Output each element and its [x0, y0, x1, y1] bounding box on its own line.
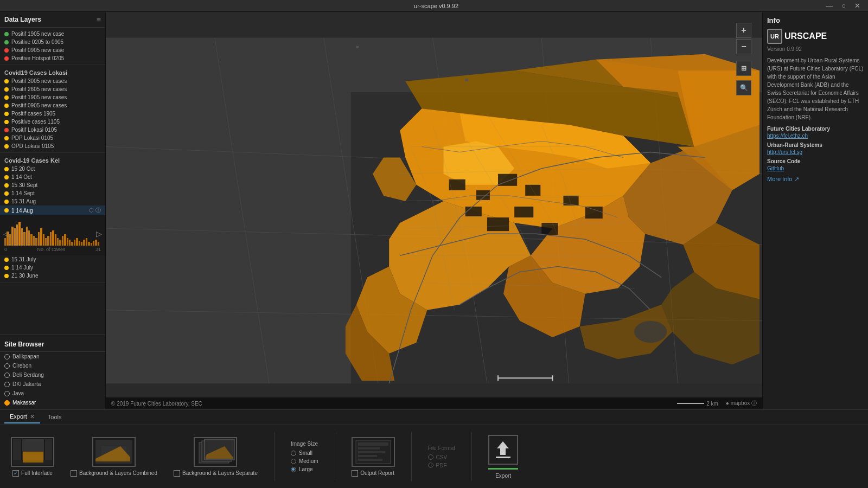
file-format-label: File Format: [428, 445, 456, 451]
hist-bar: [76, 238, 78, 246]
layer-label: Positive 0205 to 0905: [11, 39, 63, 45]
file-format-section: File Format CSV PDF: [428, 445, 456, 468]
dot-yellow: [4, 258, 9, 262]
info-title: Info: [767, 16, 864, 24]
bg-separate-checkbox[interactable]: [174, 470, 180, 477]
svg-rect-69: [358, 451, 385, 453]
tab-export[interactable]: Export ✕: [4, 411, 40, 423]
section-title-kel: Covid-19 Cases Kel: [0, 155, 105, 165]
format-pdf[interactable]: PDF: [428, 463, 456, 468]
minimize-button[interactable]: —: [824, 2, 835, 10]
github-link[interactable]: GitHub: [767, 165, 864, 171]
site-item-deli-serdang[interactable]: Deli Serdang: [0, 370, 105, 380]
close-button[interactable]: ✕: [852, 2, 863, 10]
hist-bar: [57, 238, 59, 246]
format-radio-pdf[interactable]: [428, 463, 433, 468]
svg-rect-55: [23, 452, 43, 463]
hist-bar: [16, 224, 18, 246]
info-description: Development by Urban-Rural Systems (URS)…: [767, 56, 864, 121]
source-code-label: Source Code: [767, 158, 864, 164]
layers-button[interactable]: ⊞: [736, 61, 751, 76]
hist-arrow-left[interactable]: ◁: [3, 229, 9, 238]
radio-medium[interactable]: [291, 459, 296, 464]
layer-item[interactable]: 15 20 Oct: [0, 165, 105, 173]
layer-item[interactable]: 15 30 Sept: [0, 181, 105, 189]
layer-item[interactable]: Positif 0905 new cases: [0, 101, 105, 110]
radio-small[interactable]: [291, 451, 296, 456]
dot-red: [4, 56, 9, 61]
restore-button[interactable]: ○: [839, 2, 848, 10]
site-item-cirebon[interactable]: Cirebon: [0, 361, 105, 370]
layer-item[interactable]: 15 31 July: [0, 255, 105, 264]
site-item-java[interactable]: Java: [0, 389, 105, 398]
layer-item[interactable]: 1 14 Sept: [0, 189, 105, 197]
hist-bar: [95, 240, 97, 246]
map-area[interactable]: + − ⊞ 🔍 © 2019 Future Cities Laboratory,…: [106, 12, 762, 409]
menu-icon[interactable]: ≡: [97, 15, 101, 24]
site-item-dki-jakarta[interactable]: DKI Jakarta: [0, 380, 105, 389]
layer-item[interactable]: Positive 0205 to 0905: [0, 38, 105, 46]
layer-item[interactable]: Positif 0905 new case: [0, 46, 105, 54]
size-large[interactable]: Large: [291, 466, 318, 472]
tab-tools[interactable]: Tools: [42, 412, 67, 423]
bg-combined-label: Background & Layers Combined: [79, 470, 157, 476]
future-cities-link[interactable]: https://fcl.ethz.ch: [767, 133, 864, 139]
layer-item[interactable]: Positif cases 1905: [0, 110, 105, 118]
full-interface-checkbox[interactable]: [12, 470, 19, 477]
mapbox-logo: ● mapbox ⓘ: [726, 400, 757, 407]
filter-icon[interactable]: ⬡ ⓘ: [89, 207, 101, 214]
image-size-label: Image Size: [291, 441, 318, 447]
hist-arrow-right[interactable]: ▷: [96, 229, 102, 238]
format-options: CSV PDF: [428, 454, 456, 468]
site-label: DKI Jakarta: [12, 381, 41, 387]
hist-bar: [40, 228, 42, 246]
hist-max: 31: [95, 247, 101, 252]
zoom-out-button[interactable]: −: [736, 39, 751, 54]
layer-item[interactable]: 21 30 June: [0, 272, 105, 280]
dot-yellow: [4, 167, 9, 171]
bg-separate-check[interactable]: Background & Layers Separate: [174, 470, 258, 477]
format-csv[interactable]: CSV: [428, 454, 456, 460]
layer-item[interactable]: Positif 3005 new cases: [0, 77, 105, 85]
site-browser-title: Site Browser: [4, 341, 44, 348]
output-report-checkbox[interactable]: [352, 470, 358, 477]
size-medium[interactable]: Medium: [291, 458, 318, 464]
export-label[interactable]: Export: [495, 473, 511, 479]
hist-bar: [98, 242, 99, 246]
layer-item[interactable]: 15 31 Aug: [0, 197, 105, 206]
layer-item[interactable]: Positif 1905 new case: [0, 30, 105, 38]
hist-bar: [47, 236, 49, 246]
layer-item-active[interactable]: 1 14 Aug ⬡ ⓘ: [0, 206, 105, 215]
layer-item[interactable]: 1 14 July: [0, 264, 105, 272]
bottom-area: Export ✕ Tools Full Interf: [0, 409, 868, 488]
layer-item[interactable]: PDP Lokasi 0105: [0, 134, 105, 142]
tab-close-button[interactable]: ✕: [30, 413, 35, 420]
size-small[interactable]: Small: [291, 450, 318, 456]
site-label: Java: [12, 390, 24, 396]
hist-bar: [9, 234, 11, 246]
export-icon-box[interactable]: [488, 435, 518, 465]
hist-bar: [43, 234, 44, 246]
hist-bar: [45, 238, 47, 246]
layer-item[interactable]: Positif 2605 new cases: [0, 85, 105, 93]
layer-item[interactable]: Positif Lokasi 0105: [0, 126, 105, 134]
full-interface-check[interactable]: Full Interface: [12, 470, 53, 477]
site-item-makassar[interactable]: Makassar: [0, 398, 105, 407]
search-map-button[interactable]: 🔍: [736, 80, 751, 95]
bg-combined-check[interactable]: Background & Layers Combined: [71, 470, 157, 477]
svg-rect-67: [358, 442, 388, 446]
zoom-in-button[interactable]: +: [736, 23, 751, 38]
site-item-balikpapan[interactable]: Balikpapan: [0, 352, 105, 361]
svg-rect-73: [496, 457, 510, 458]
layer-item[interactable]: 1 14 Oct: [0, 173, 105, 181]
bg-combined-checkbox[interactable]: [71, 470, 77, 477]
radio-large[interactable]: [291, 467, 296, 472]
layer-item[interactable]: OPD Lokasi 0105: [0, 142, 105, 150]
urban-rural-link[interactable]: http://urs.fcl.sg: [767, 149, 864, 155]
format-radio-csv[interactable]: [428, 454, 433, 460]
more-info-button[interactable]: More Info ↗: [767, 176, 864, 183]
layer-item[interactable]: Positive Hotspot 0205: [0, 54, 105, 62]
output-report-check[interactable]: Output Report: [352, 470, 394, 477]
layer-item[interactable]: Positif 1905 new cases: [0, 93, 105, 101]
layer-item[interactable]: Positive cases 1105: [0, 118, 105, 126]
